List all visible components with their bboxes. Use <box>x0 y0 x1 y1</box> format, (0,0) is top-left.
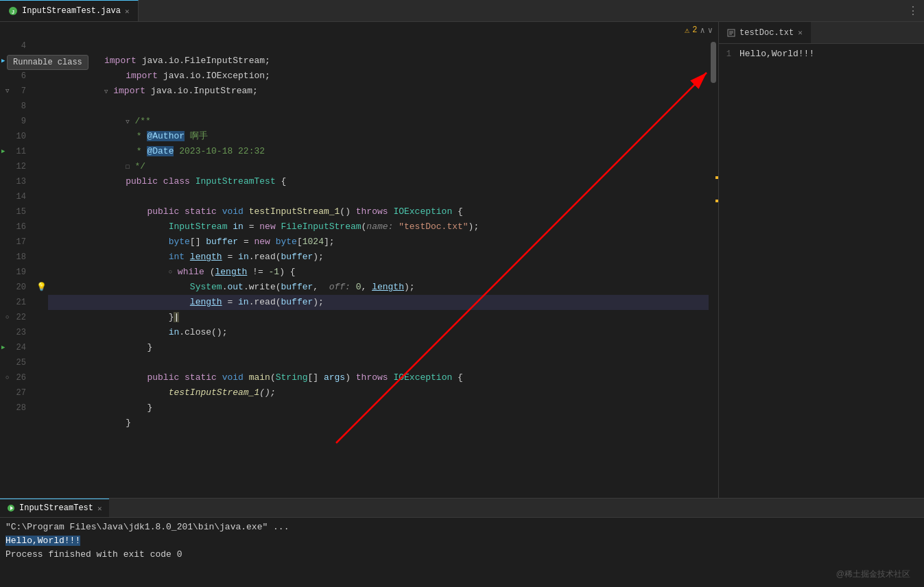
tab-inputstream-close[interactable]: ✕ <box>125 7 130 16</box>
gutter-25 <box>34 355 48 370</box>
gutter-22 <box>34 310 48 325</box>
linenum-22: ○ 22 <box>0 310 26 325</box>
warning-bar: ⚠ 2 ∧ ∨ <box>0 22 718 38</box>
tab-bar: J InputStreamTest.java ✕ ⋮ <box>0 0 924 22</box>
watermark: @稀土掘金技术社区 <box>836 568 910 580</box>
tab-inputstream[interactable]: J InputStreamTest.java ✕ <box>0 0 139 21</box>
gutter-23 <box>34 325 48 340</box>
gutter-4 <box>34 38 48 53</box>
linenum-19: 19 <box>0 265 26 280</box>
gutter: 💡 <box>34 38 48 498</box>
gutter-10 <box>34 129 48 144</box>
bottom-line-3: Process finished with exit code 0 <box>5 548 919 562</box>
bottom-line-1-text: "C:\Program Files\Java\jdk1.8.0_201\bin\… <box>5 522 289 532</box>
right-tab-close[interactable]: ✕ <box>798 28 803 37</box>
gutter-19 <box>34 265 48 280</box>
right-text-1: Hello,World!!! <box>739 47 814 62</box>
scrollbar-marker-2 <box>715 200 718 202</box>
linenum-7: ▽ 7 <box>0 84 26 99</box>
linenum-6: 6 <box>0 69 26 84</box>
gutter-26 <box>34 370 48 385</box>
gutter-9 <box>34 114 48 129</box>
scrollbar-marker-1 <box>715 176 718 179</box>
code-content[interactable]: import java.io.FileInputStream; import j… <box>48 38 709 498</box>
linenum-24: ▶ 24 <box>0 340 26 355</box>
linenum-20: 20 <box>0 280 26 295</box>
gutter-6 <box>34 69 48 84</box>
nav-down-arrow[interactable]: ∨ <box>708 25 713 36</box>
linenum-16: 16 <box>0 219 26 235</box>
gutter-18 <box>34 250 48 265</box>
linenum-13: 13 <box>0 174 26 189</box>
code-line-13: public static void testInputStream_1() t… <box>48 189 709 204</box>
bottom-tab-label: InputStreamTest <box>19 503 93 513</box>
gutter-16 <box>34 219 48 235</box>
code-line-24: public static void main(String[] args) t… <box>48 355 709 370</box>
linenum-21: 21 <box>0 295 26 310</box>
linenum-27: 27 <box>0 385 26 400</box>
linenum-15: 15 <box>0 204 26 219</box>
gutter-27 <box>34 385 48 400</box>
gutter-28 <box>34 400 48 416</box>
main-area: Runnable class ⚠ 2 ∧ ∨ 4 ▶ 5 6 ▽ <box>0 22 924 498</box>
linenum-25: 25 <box>0 355 26 370</box>
linenum-18: 18 <box>0 250 26 265</box>
linenum-28: 28 <box>0 400 26 416</box>
code-line-7: ▽ /** <box>48 99 709 114</box>
gutter-7 <box>34 84 48 99</box>
bottom-tabs: InputStreamTest ✕ <box>0 499 924 518</box>
gutter-13 <box>34 174 48 189</box>
bottom-content: "C:\Program Files\Java\jdk1.8.0_201\bin\… <box>0 518 924 587</box>
txt-icon <box>727 29 735 37</box>
linenum-26: ○ 26 <box>0 370 26 385</box>
gutter-17 <box>34 235 48 250</box>
runnable-tooltip: Runnable class <box>7 55 88 70</box>
linenum-12: 12 <box>0 159 26 174</box>
tab-more-button[interactable]: ⋮ <box>902 4 924 18</box>
line-numbers: 4 ▶ 5 6 ▽ 7 8 9 10 ▶ 11 12 13 <box>0 38 34 498</box>
gutter-14 <box>34 189 48 204</box>
linenum-23: 23 <box>0 325 26 340</box>
bulb-icon[interactable]: 💡 <box>36 280 47 295</box>
gutter-11 <box>34 144 48 159</box>
code-line-11: public class InputStreamTest { <box>48 159 709 174</box>
nav-arrows: ∧ ∨ <box>700 25 713 36</box>
tab-inputstream-label: InputStreamTest.java <box>22 6 121 16</box>
code-line-4: import java.io.FileInputStream; <box>48 38 709 53</box>
bottom-tab-close[interactable]: ✕ <box>97 504 102 513</box>
linenum-4: 4 <box>0 38 26 53</box>
right-tab-bar: testDoc.txt ✕ <box>719 22 924 44</box>
scrollbar-thumb[interactable] <box>711 42 716 83</box>
bottom-line-3-text: Process finished with exit code 0 <box>5 549 182 560</box>
right-tab-label: testDoc.txt <box>739 28 794 38</box>
code-line-28 <box>48 416 709 431</box>
gutter-15 <box>34 204 48 219</box>
svg-text:J: J <box>12 10 14 14</box>
gutter-12 <box>34 159 48 174</box>
linenum-10: 10 <box>0 129 26 144</box>
warning-count: 2 <box>692 25 697 35</box>
right-tab-testdoc[interactable]: testDoc.txt ✕ <box>719 22 811 43</box>
java-icon: J <box>8 6 18 16</box>
linenum-14: 14 <box>0 189 26 204</box>
gutter-21 <box>34 295 48 310</box>
right-pane: testDoc.txt ✕ 1 Hello,World!!! <box>718 22 924 498</box>
linenum-11: ▶ 11 <box>0 144 26 159</box>
bottom-panel: InputStreamTest ✕ "C:\Program Files\Java… <box>0 498 924 587</box>
code-area[interactable]: 4 ▶ 5 6 ▽ 7 8 9 10 ▶ 11 12 13 <box>0 38 718 498</box>
bottom-line-1: "C:\Program Files\Java\jdk1.8.0_201\bin\… <box>5 520 919 534</box>
linenum-17: 17 <box>0 235 26 250</box>
bottom-line-2: Hello,World!!! <box>5 534 919 548</box>
right-linenum-1: 1 <box>719 47 739 62</box>
linenum-8: 8 <box>0 99 26 114</box>
gutter-20: 💡 <box>34 280 48 295</box>
editor-scrollbar[interactable] <box>709 38 718 498</box>
run-icon-bottom <box>7 504 15 512</box>
linenum-9: 9 <box>0 114 26 129</box>
warning-icon: ⚠ <box>685 25 689 36</box>
right-line-1: 1 Hello,World!!! <box>719 47 924 62</box>
right-code-content: 1 Hello,World!!! <box>719 44 924 498</box>
nav-up-arrow[interactable]: ∧ <box>700 25 705 36</box>
bottom-tab-inputstream[interactable]: InputStreamTest ✕ <box>0 499 109 517</box>
editor-pane: Runnable class ⚠ 2 ∧ ∨ 4 ▶ 5 6 ▽ <box>0 22 718 498</box>
